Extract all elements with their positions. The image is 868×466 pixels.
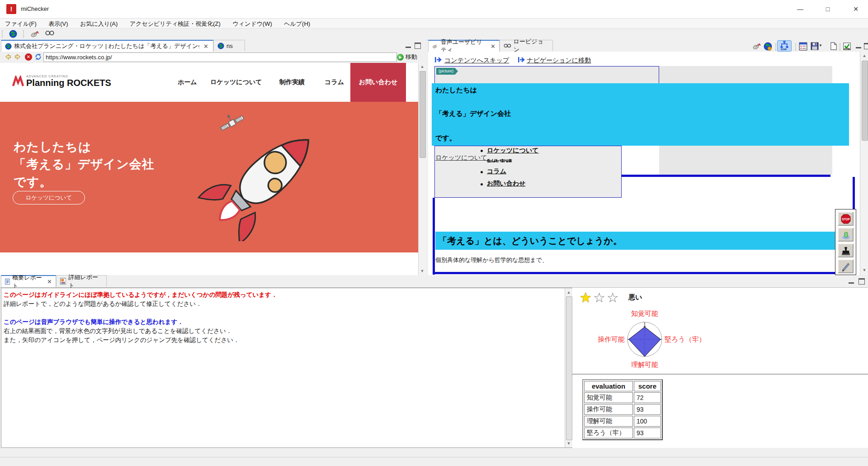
scrollbar-thumb[interactable] — [420, 71, 426, 158]
refresh-icon[interactable] — [34, 53, 43, 61]
minimize-window-button[interactable]: ― — [790, 4, 811, 14]
menu-help[interactable]: ヘルプ(H) — [279, 19, 315, 28]
maximize-window-button[interactable]: □ — [817, 4, 838, 14]
voice-visualization-icon[interactable]: A — [752, 42, 761, 52]
menu-bar: ファイル(F) 表示(V) お気に入り(A) アクセシビリティ検証・視覚化(Z)… — [0, 19, 868, 29]
save-dropdown-icon[interactable]: ▼ — [819, 43, 822, 48]
scrollbar-thumb[interactable] — [862, 61, 868, 141]
report-view-icon[interactable] — [799, 42, 807, 52]
spray-marker-button[interactable] — [838, 228, 854, 242]
url-input[interactable] — [43, 52, 397, 62]
minimize-pane-icon[interactable] — [849, 279, 854, 284]
go-button[interactable]: ▶ 移動 — [397, 52, 424, 62]
viz-h2-highlight: 「考える」とは、どういうことでしょうか。 — [435, 232, 850, 250]
pen-marker-button[interactable] — [838, 259, 854, 273]
browser-tab-label: 株式会社プランニング・ロケッツ | わたしたちは「考える」デザイン会社です。 — [14, 42, 199, 50]
scroll-up-icon[interactable]: ▲ — [419, 63, 425, 70]
report-line-detail: 詳細レポートで，どのような問題があるか確認して修正してください． — [1, 300, 572, 309]
site-nav-home[interactable]: ホーム — [178, 63, 197, 102]
browser-scrollbar[interactable]: ▲ ▼ — [418, 63, 426, 275]
html-check-icon[interactable]: HTML — [843, 42, 851, 52]
scroll-down-icon[interactable]: ▼ — [566, 440, 572, 447]
scroll-down-icon[interactable]: ▼ — [861, 267, 868, 273]
scroll-up-icon[interactable]: ▲ — [566, 289, 572, 295]
marker-palette: STOP — [835, 209, 856, 275]
tab-voice-usability[interactable]: 音声ユーザビリティ ✕ — [428, 40, 500, 52]
site-logo-small: ADVANCED CREATING — [26, 75, 68, 78]
browse-globe-icon[interactable] — [9, 30, 17, 40]
tab-low-vision[interactable]: ロービジョン — [500, 40, 553, 51]
tab-detail-report[interactable]: 詳細レポート — [56, 275, 107, 287]
list-bullet — [481, 171, 483, 173]
site-nav-contact-button[interactable]: お問い合わせ — [350, 63, 406, 102]
skip-arrow-icon — [518, 56, 525, 65]
summary-report-view: このページはガイドラインにほぼ準拠しているようですが，まだいくつかの問題が残って… — [1, 288, 572, 448]
tab-summary-report[interactable]: 概要レポート ✕ — [1, 275, 56, 287]
svg-text:DOM: DOM — [781, 48, 787, 51]
save-icon[interactable] — [811, 42, 819, 52]
voice-usability-visualization-icon[interactable]: A — [30, 30, 39, 40]
menu-file[interactable]: ファイル(F) — [0, 19, 42, 28]
back-icon[interactable] — [4, 53, 13, 61]
browser-tab-ns[interactable]: ns — [213, 40, 245, 51]
forward-icon[interactable] — [14, 53, 23, 61]
menu-favorites[interactable]: お気に入り(A) — [75, 19, 123, 28]
minimize-pane-icon[interactable] — [406, 43, 411, 48]
viz-h1-line3: です。 — [435, 134, 456, 143]
viz-link-column[interactable]: コラム — [487, 167, 506, 176]
title-bar: ! miChecker ― □ ✕ — [0, 0, 868, 19]
main-toolbar: A — [0, 29, 868, 40]
score-table-header-score: score — [634, 381, 661, 391]
app-icon: ! — [6, 4, 16, 14]
viz-guide-line-left — [433, 198, 435, 275]
stop-icon[interactable]: ✕ — [25, 53, 32, 61]
browser-tab-rockets[interactable]: 株式会社プランニング・ロケッツ | わたしたちは「考える」デザイン会社です。 ✕ — [1, 40, 213, 52]
site-nav-about[interactable]: ロケッツについて — [210, 63, 262, 102]
skip-to-content-link[interactable]: コンテンツへスキップ — [444, 57, 509, 65]
toolbar-grip — [2, 30, 5, 38]
star-rating: ★☆☆ — [580, 296, 620, 304]
radar-label-right: 堅ろう（牢） — [665, 335, 703, 343]
scrollbar-thumb[interactable] — [566, 296, 572, 440]
close-window-button[interactable]: ✕ — [845, 4, 866, 14]
maximize-pane-icon[interactable] — [864, 43, 868, 49]
viz-h1-line2: 「考える」デザイン会社 — [435, 109, 511, 118]
close-tab-icon[interactable]: ✕ — [203, 43, 208, 50]
report-scrollbar[interactable]: ▲ ▼ — [565, 288, 572, 447]
skip-to-navigation-link[interactable]: ナビゲーションに移動 — [527, 57, 591, 65]
svg-text:HTML: HTML — [844, 48, 851, 50]
visualization-tabstrip: 音声ユーザビリティ ✕ ロービジョン A DOM ▼ HTML — [428, 40, 868, 52]
site-nav-column[interactable]: コラム — [325, 63, 344, 102]
menu-view[interactable]: 表示(V) — [43, 19, 73, 28]
separator — [572, 374, 868, 375]
score-table: evaluation score 知覚可能 72 操作可能 93 理解可能 10… — [582, 379, 663, 440]
close-tab-icon[interactable]: ✕ — [47, 278, 52, 285]
globe-report-icon[interactable] — [764, 42, 772, 52]
picture-tag-badge: (picture) — [436, 68, 458, 75]
viz-link-contact[interactable]: お問い合わせ — [487, 180, 525, 188]
minimize-pane-icon[interactable] — [856, 44, 861, 48]
viz-link-about[interactable]: ロケッツについて — [487, 147, 539, 155]
dom-tree-button[interactable]: DOM — [777, 40, 792, 52]
scroll-down-icon[interactable]: ▼ — [419, 268, 425, 274]
visualization-scrollbar[interactable]: ▲ ▼ — [860, 52, 868, 275]
scroll-up-icon[interactable]: ▲ — [861, 52, 868, 59]
new-document-icon[interactable] — [830, 42, 837, 52]
hero-about-button[interactable]: ロケッツについて — [13, 191, 85, 204]
go-label: 移動 — [406, 53, 417, 61]
close-tab-icon[interactable]: ✕ — [491, 43, 495, 50]
stop-marker-button[interactable]: STOP — [838, 212, 854, 226]
maximize-pane-icon[interactable] — [415, 43, 421, 49]
viz-link-works-clipped[interactable]: 制作実績 — [487, 158, 512, 162]
voice-usability-icon — [432, 43, 439, 49]
site-nav-works[interactable]: 制作実績 — [279, 63, 305, 102]
low-vision-simulation-icon[interactable] — [45, 30, 54, 38]
stamp-marker-button[interactable] — [838, 243, 854, 257]
stop-icon: STOP — [840, 214, 851, 224]
menu-accessibility-check[interactable]: アクセシビリティ検証・視覚化(Z) — [125, 19, 226, 28]
menu-window[interactable]: ウィンドウ(W) — [227, 19, 277, 28]
site-hero: わたしたちは 「考える」デザイン会社 です。 ロケッツについて — [0, 102, 418, 252]
maximize-pane-icon[interactable] — [859, 278, 865, 285]
viz-link-about-shadow[interactable]: ロケッツについて — [435, 154, 487, 162]
score-table-header-evaluation: evaluation — [584, 381, 633, 391]
